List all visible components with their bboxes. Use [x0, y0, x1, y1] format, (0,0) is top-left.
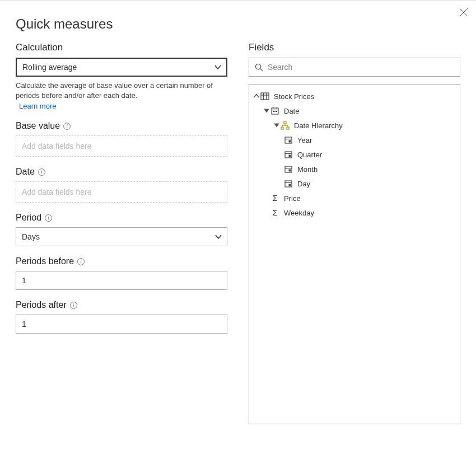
- calculation-selected-value: Rolling average: [22, 63, 77, 72]
- calculation-select[interactable]: Rolling average: [16, 58, 227, 77]
- calculation-label: Calculation: [16, 42, 227, 53]
- svg-rect-17: [284, 121, 286, 124]
- info-icon[interactable]: i: [70, 302, 77, 309]
- date-placeholder: Add data fields here: [22, 187, 92, 196]
- svg-rect-13: [273, 111, 274, 112]
- tree-level-row[interactable]: Month: [253, 162, 456, 176]
- sigma-icon: Σ: [270, 194, 279, 203]
- base-value-label-row: Base value i: [16, 121, 227, 131]
- close-icon: [459, 8, 468, 17]
- date-level-icon: [284, 150, 293, 159]
- fields-label: Fields: [249, 42, 460, 53]
- caret-down-icon: [273, 121, 281, 129]
- tree-measure-row[interactable]: Σ Weekday: [253, 205, 456, 220]
- periods-before-label-row: Periods before i: [16, 256, 227, 266]
- tree-level-label: Day: [297, 180, 310, 188]
- tree-level-row[interactable]: Day: [253, 176, 456, 191]
- period-label-row: Period i: [16, 213, 227, 223]
- chevron-up-icon: [253, 92, 260, 100]
- chevron-down-icon: [214, 63, 222, 71]
- tree-level-label: Year: [297, 136, 312, 144]
- tree-date-label: Date: [284, 107, 299, 115]
- calendar-icon: [270, 106, 279, 115]
- expand-toggle[interactable]: [253, 92, 260, 100]
- right-column: Fields: [249, 42, 460, 424]
- tree-measure-label: Weekday: [284, 209, 314, 217]
- date-dropzone[interactable]: Add data fields here: [16, 181, 227, 203]
- period-selected-value: Days: [22, 232, 40, 241]
- table-icon: [260, 92, 269, 101]
- svg-rect-29: [289, 155, 291, 157]
- tree-level-row[interactable]: Year: [253, 133, 456, 147]
- svg-rect-14: [274, 111, 276, 112]
- date-level-icon: [284, 135, 293, 144]
- svg-marker-16: [274, 124, 279, 128]
- date-level-icon: [284, 179, 293, 188]
- learn-more-link[interactable]: Learn more: [16, 102, 56, 110]
- fields-search-box[interactable]: [249, 58, 460, 77]
- period-select[interactable]: Days: [16, 227, 227, 246]
- tree-measure-label: Price: [284, 194, 301, 203]
- tree-hierarchy-row[interactable]: Date Hierarchy: [253, 118, 456, 133]
- chevron-down-icon: [214, 233, 222, 241]
- svg-rect-35: [289, 184, 291, 186]
- sigma-icon: Σ: [270, 208, 279, 217]
- periods-before-label: Periods before: [16, 256, 74, 266]
- base-value-placeholder: Add data fields here: [22, 142, 92, 151]
- date-level-icon: [284, 165, 293, 174]
- dialog-columns: Calculation Rolling average Calculate th…: [0, 42, 476, 424]
- hierarchy-icon: [281, 121, 290, 130]
- tree-field-row[interactable]: Date: [253, 104, 456, 118]
- svg-rect-15: [276, 111, 277, 112]
- info-icon[interactable]: i: [45, 214, 52, 222]
- close-button[interactable]: [459, 8, 468, 17]
- periods-after-label: Periods after: [16, 300, 67, 310]
- date-label-row: Date i: [16, 167, 227, 177]
- base-value-dropzone[interactable]: Add data fields here: [16, 135, 227, 157]
- base-value-label: Base value: [16, 121, 60, 131]
- svg-rect-26: [289, 140, 291, 143]
- info-icon[interactable]: i: [38, 168, 45, 176]
- periods-before-input[interactable]: [16, 271, 227, 290]
- tree-level-label: Quarter: [297, 151, 322, 159]
- calculation-help-text: Calculate the average of base value over…: [16, 81, 227, 101]
- dialog-title: Quick measures: [0, 1, 476, 42]
- caret-down-icon: [263, 107, 270, 115]
- tree-level-row[interactable]: Quarter: [253, 147, 456, 162]
- info-icon[interactable]: i: [63, 123, 71, 130]
- search-icon: [255, 63, 263, 72]
- svg-rect-19: [287, 127, 289, 129]
- expand-toggle[interactable]: [263, 107, 270, 115]
- svg-rect-18: [281, 127, 283, 129]
- tree-level-label: Month: [297, 165, 318, 174]
- svg-rect-4: [261, 93, 269, 100]
- fields-tree-panel: Stock Prices: [249, 84, 460, 424]
- periods-after-input[interactable]: [16, 315, 227, 334]
- svg-point-2: [255, 64, 260, 69]
- fields-search-input[interactable]: [268, 63, 454, 72]
- period-label: Period: [16, 213, 41, 223]
- tree-measure-row[interactable]: Σ Price: [253, 191, 456, 205]
- tree-table-label: Stock Prices: [274, 92, 314, 101]
- tree-table-row[interactable]: Stock Prices: [253, 89, 456, 104]
- date-label: Date: [16, 167, 35, 177]
- periods-after-label-row: Periods after i: [16, 300, 227, 310]
- svg-line-3: [260, 68, 263, 71]
- info-icon[interactable]: i: [77, 258, 85, 265]
- tree-hierarchy-label: Date Hierarchy: [294, 121, 343, 130]
- expand-toggle[interactable]: [273, 121, 281, 129]
- svg-rect-32: [289, 170, 291, 172]
- svg-marker-8: [264, 109, 269, 113]
- left-column: Calculation Rolling average Calculate th…: [16, 42, 227, 424]
